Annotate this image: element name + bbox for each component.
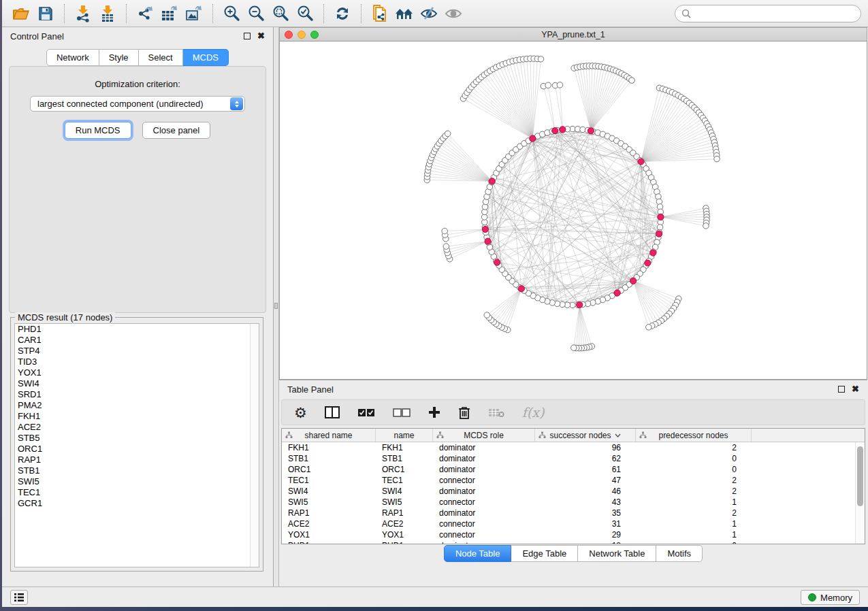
mcds-result-item[interactable]: ACE2 <box>15 422 259 433</box>
network-node[interactable] <box>545 82 551 88</box>
network-graph[interactable] <box>280 42 867 379</box>
network-canvas[interactable] <box>279 42 867 380</box>
table-row[interactable]: STB1STB1dominator620 <box>282 453 855 464</box>
cell-successor-nodes[interactable]: 46 <box>535 486 636 496</box>
cell-MCDS-role[interactable]: dominator <box>433 454 535 463</box>
delete-column-button[interactable] <box>458 406 470 419</box>
table-scrollbar-thumb[interactable] <box>857 446 863 506</box>
cell-successor-nodes[interactable]: 43 <box>535 497 636 507</box>
network-node[interactable] <box>646 325 652 331</box>
network-node[interactable] <box>557 82 563 88</box>
network-node[interactable] <box>443 244 449 250</box>
tab-network-table[interactable]: Network Table <box>578 545 656 562</box>
float-panel-icon[interactable] <box>244 33 251 39</box>
cell-successor-nodes[interactable]: 35 <box>535 508 636 518</box>
open-file-button[interactable] <box>9 3 33 24</box>
tab-node-table[interactable]: Node Table <box>444 545 512 562</box>
tab-mcds[interactable]: MCDS <box>183 49 229 66</box>
mcds-result-item[interactable]: PMA2 <box>15 400 259 411</box>
zoom-selected-button[interactable] <box>293 3 317 24</box>
cell-successor-nodes[interactable]: 61 <box>535 465 636 474</box>
cell-MCDS-role[interactable]: dominator <box>433 443 535 452</box>
table-row[interactable]: RAP1RAP1dominator352 <box>282 508 855 518</box>
mcds-hub-node[interactable] <box>630 278 637 284</box>
cell-predecessor-nodes[interactable]: 2 <box>636 476 752 485</box>
mcds-result-item[interactable]: ORC1 <box>15 444 259 455</box>
tab-edge-table[interactable]: Edge Table <box>511 545 578 562</box>
cell-MCDS-role[interactable]: dominator <box>433 508 535 518</box>
cell-shared-name[interactable]: ACE2 <box>282 519 376 529</box>
mcds-hub-node[interactable] <box>560 127 566 133</box>
mcds-hub-node[interactable] <box>614 290 620 296</box>
task-history-button[interactable] <box>10 590 28 605</box>
table-row[interactable]: SWI4SWI4dominator462 <box>282 486 855 497</box>
column-header-shared-name[interactable]: shared name <box>282 429 376 442</box>
mcds-result-item[interactable]: RAP1 <box>15 455 259 465</box>
mcds-result-item[interactable]: STP4 <box>15 346 259 357</box>
mcds-hub-node[interactable] <box>656 231 662 237</box>
cell-shared-name[interactable]: FKH1 <box>282 443 376 452</box>
first-neighbors-button[interactable] <box>392 3 417 24</box>
mcds-result-item[interactable]: SWI4 <box>15 378 259 389</box>
cell-shared-name[interactable]: ORC1 <box>282 465 376 474</box>
cell-shared-name[interactable]: STB1 <box>282 454 376 463</box>
deselect-all-button[interactable] <box>393 408 411 417</box>
mcds-result-item[interactable]: SWI5 <box>15 476 259 487</box>
mcds-result-item[interactable]: FKH1 <box>15 411 259 422</box>
export-table-button[interactable] <box>157 3 182 24</box>
mcds-hub-node[interactable] <box>530 135 536 142</box>
export-network-button[interactable] <box>133 3 157 24</box>
cell-MCDS-role[interactable]: dominator <box>433 465 535 474</box>
zoom-out-button[interactable] <box>244 3 268 24</box>
mcds-hub-node[interactable] <box>485 238 491 244</box>
mcds-result-item[interactable]: TID3 <box>15 357 259 367</box>
tab-network[interactable]: Network <box>46 49 99 66</box>
mcds-hub-node[interactable] <box>489 178 495 184</box>
vertical-splitter[interactable] <box>274 27 279 587</box>
mcds-result-item[interactable]: CAR1 <box>15 335 259 346</box>
cell-MCDS-role[interactable]: connector <box>433 476 535 485</box>
zoom-fit-button[interactable] <box>268 3 293 24</box>
mcds-hub-node[interactable] <box>494 259 500 265</box>
table-row[interactable]: TEC1TEC1connector472 <box>282 475 855 486</box>
column-header-MCDS-role[interactable]: MCDS role <box>433 429 535 442</box>
float-table-panel-icon[interactable] <box>838 386 845 393</box>
cell-successor-nodes[interactable]: 96 <box>535 443 636 452</box>
mcds-hub-node[interactable] <box>588 128 594 134</box>
cell-predecessor-nodes[interactable]: 2 <box>636 508 752 518</box>
cell-predecessor-nodes[interactable]: 0 <box>636 454 752 463</box>
network-node[interactable] <box>714 156 720 162</box>
cell-predecessor-nodes[interactable]: 2 <box>636 443 752 452</box>
search-input[interactable] <box>691 8 854 18</box>
mcds-result-item[interactable]: SRD1 <box>15 389 259 400</box>
zoom-in-button[interactable] <box>219 3 244 24</box>
close-table-panel-icon[interactable]: ✖ <box>852 386 859 393</box>
table-row[interactable]: FKH1FKH1dominator962 <box>282 442 855 453</box>
cell-predecessor-nodes[interactable]: 1 <box>636 530 752 540</box>
table-row[interactable]: YOX1YOX1connector291 <box>282 529 855 540</box>
mcds-result-list[interactable]: PHD1CAR1STP4TID3YOX1SWI4SRD1PMA2FKH1ACE2… <box>14 323 259 567</box>
function-builder-button[interactable]: f(x) <box>522 405 545 420</box>
cell-name[interactable]: FKH1 <box>376 443 433 452</box>
cell-shared-name[interactable]: RAP1 <box>282 508 376 518</box>
mcds-result-item[interactable]: STB5 <box>15 433 259 444</box>
network-node[interactable] <box>538 56 544 63</box>
network-node[interactable] <box>703 223 709 229</box>
import-table-button[interactable] <box>95 3 120 24</box>
memory-button[interactable]: Memory <box>801 590 860 605</box>
show-all-button[interactable] <box>441 3 466 24</box>
cell-MCDS-role[interactable]: connector <box>433 519 535 529</box>
search-field[interactable] <box>675 5 861 22</box>
cell-successor-nodes[interactable]: 62 <box>535 454 636 463</box>
mcds-hub-node[interactable] <box>552 128 558 134</box>
network-node[interactable] <box>629 78 635 84</box>
cell-predecessor-nodes[interactable]: 2 <box>636 486 752 496</box>
column-header-predecessor-nodes[interactable]: predecessor nodes <box>636 429 752 442</box>
cell-name[interactable]: STB1 <box>376 454 433 463</box>
cell-predecessor-nodes[interactable]: 1 <box>636 497 752 507</box>
mcds-hub-node[interactable] <box>482 226 488 232</box>
import-network-button[interactable] <box>71 3 95 24</box>
cell-successor-nodes[interactable]: 29 <box>535 530 636 540</box>
network-window-titlebar[interactable]: YPA_prune.txt_1 <box>279 27 867 42</box>
cell-shared-name[interactable]: YOX1 <box>282 530 376 540</box>
